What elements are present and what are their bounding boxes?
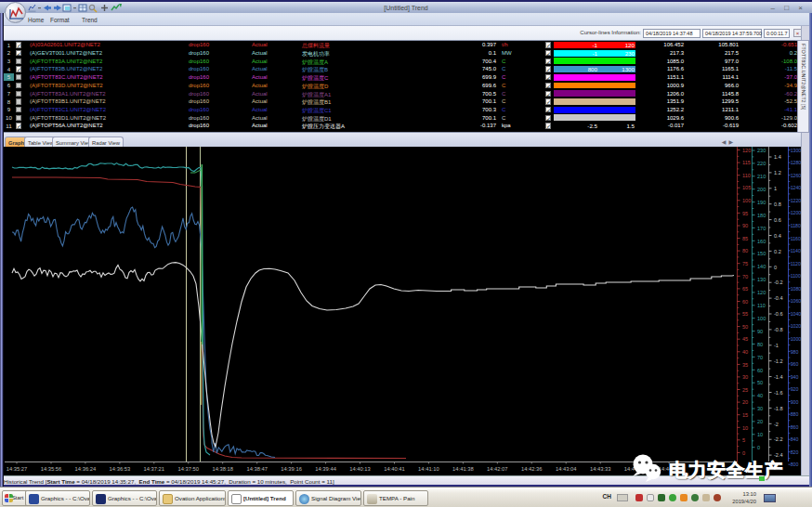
svg-text:95: 95 [742,211,748,216]
svg-text:35: 35 [742,362,748,368]
svg-text:920: 920 [791,386,799,392]
svg-text:880: 880 [791,411,799,417]
svg-text:5: 5 [742,437,745,443]
svg-text:25: 25 [742,387,748,393]
svg-text:820: 820 [791,449,799,455]
svg-text:45: 45 [742,336,748,342]
svg-text:60: 60 [757,368,763,373]
svg-text:100: 100 [757,316,766,321]
svg-text:10: 10 [742,425,748,431]
svg-text:14:37:21: 14:37:21 [144,466,165,472]
svg-text:860: 860 [791,424,799,430]
svg-text:14:43:04: 14:43:04 [556,466,577,472]
svg-text:40: 40 [742,349,748,355]
svg-text:65: 65 [742,286,748,292]
svg-text:140: 140 [757,264,766,269]
svg-text:70: 70 [757,355,763,360]
svg-text:230: 230 [757,148,766,153]
svg-text:80: 80 [742,248,748,254]
svg-text:0: 0 [742,450,745,456]
svg-text:220: 220 [757,161,766,166]
svg-text:90: 90 [742,223,748,228]
svg-text:170: 170 [757,226,766,231]
svg-text:1180: 1180 [791,223,801,228]
svg-text:-0.8: -0.8 [774,327,783,332]
svg-text:1040: 1040 [791,311,802,317]
svg-text:14:42:07: 14:42:07 [487,466,508,472]
svg-text:10: 10 [757,432,763,437]
svg-text:960: 960 [791,361,799,367]
svg-text:840: 840 [791,436,799,442]
svg-text:-1.2: -1.2 [774,358,783,364]
svg-text:14:39:44: 14:39:44 [315,466,336,472]
svg-text:115: 115 [742,160,751,165]
svg-text:200: 200 [757,187,766,192]
svg-text:1240: 1240 [791,185,802,190]
svg-text:55: 55 [742,311,748,317]
svg-text:1080: 1080 [791,286,802,292]
svg-text:80: 80 [757,342,763,347]
svg-text:-0.2: -0.2 [774,280,783,285]
svg-text:30: 30 [742,374,748,380]
svg-text:1220: 1220 [791,198,802,203]
svg-text:40: 40 [757,393,763,398]
svg-text:940: 940 [791,374,799,380]
svg-text:1.4: 1.4 [774,154,781,160]
svg-text:90: 90 [757,329,763,334]
svg-text:-1.8: -1.8 [774,406,783,411]
svg-text:1280: 1280 [791,160,802,165]
svg-text:14:35:56: 14:35:56 [41,466,62,472]
svg-text:980: 980 [791,349,799,355]
svg-text:85: 85 [742,236,748,241]
svg-text:0.4: 0.4 [774,233,781,239]
svg-text:15: 15 [742,412,748,418]
svg-text:1200: 1200 [791,210,802,215]
svg-text:50: 50 [742,324,748,330]
svg-text:14:40:41: 14:40:41 [384,466,405,472]
svg-text:14:42:36: 14:42:36 [521,466,543,472]
svg-text:120: 120 [757,290,766,295]
svg-text:14:38:18: 14:38:18 [212,466,233,472]
svg-text:-1.6: -1.6 [774,390,783,396]
svg-text:1020: 1020 [791,323,802,329]
svg-text:14:39:16: 14:39:16 [281,466,302,472]
svg-text:180: 180 [757,213,766,218]
svg-text:0.6: 0.6 [774,217,781,223]
svg-text:130: 130 [757,277,766,282]
svg-text:-1: -1 [774,343,779,348]
svg-text:14:38:47: 14:38:47 [246,466,268,472]
svg-text:800: 800 [791,462,799,467]
svg-text:14:35:27: 14:35:27 [7,466,28,472]
svg-text:1260: 1260 [791,173,802,178]
svg-text:-2: -2 [774,422,779,427]
svg-text:20: 20 [742,399,748,405]
svg-text:-2.2: -2.2 [774,436,783,442]
svg-text:1000: 1000 [791,336,802,342]
svg-text:14:36:24: 14:36:24 [75,466,97,472]
svg-text:0.2: 0.2 [774,249,781,254]
svg-text:0: 0 [757,445,760,450]
svg-text:100: 100 [742,198,751,203]
svg-text:14:37:50: 14:37:50 [178,466,200,472]
svg-text:900: 900 [791,399,799,405]
svg-text:14:41:38: 14:41:38 [452,466,474,472]
svg-text:20: 20 [757,419,763,424]
svg-text:1.2: 1.2 [774,170,781,176]
svg-text:1160: 1160 [791,236,801,241]
svg-text:1100: 1100 [791,273,801,279]
svg-text:-0.4: -0.4 [774,295,783,301]
svg-text:-0.6: -0.6 [774,311,783,317]
svg-text:1120: 1120 [791,261,801,266]
svg-text:14:36:53: 14:36:53 [110,466,131,472]
svg-text:110: 110 [757,303,766,308]
svg-text:14:41:10: 14:41:10 [418,466,439,472]
svg-text:1140: 1140 [791,248,801,254]
svg-text:70: 70 [742,274,748,280]
svg-text:1300: 1300 [791,148,802,153]
svg-text:60: 60 [742,299,748,305]
svg-text:14:43:33: 14:43:33 [590,466,611,472]
svg-text:210: 210 [757,174,766,179]
svg-text:0: 0 [774,265,777,270]
svg-text:1: 1 [774,186,777,191]
svg-text:14:40:13: 14:40:13 [349,466,371,472]
